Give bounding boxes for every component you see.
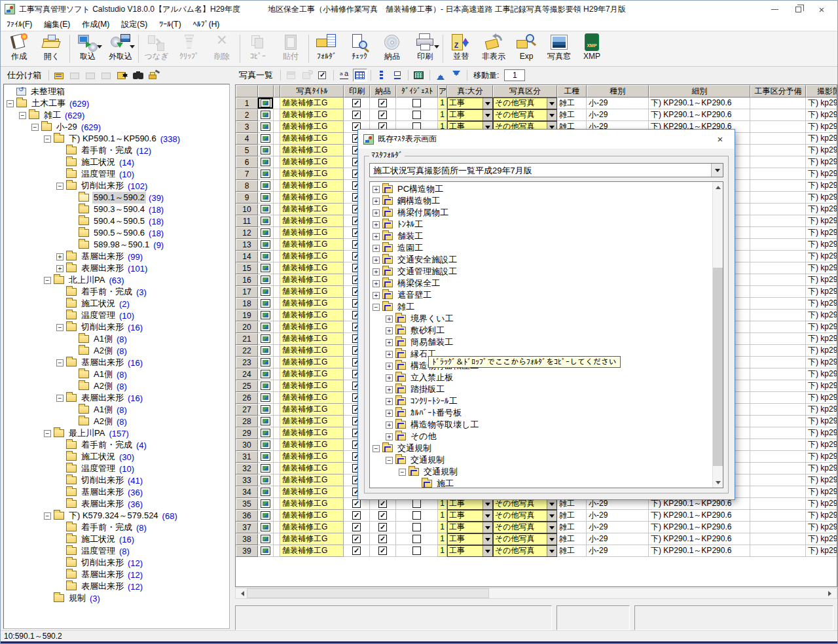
photo-icon-cell[interactable] — [258, 392, 274, 404]
row-number[interactable]: 21 — [236, 333, 258, 345]
dialog-title-bar[interactable]: 既存ﾏｽﾀ表示画面 × — [358, 130, 735, 149]
row-number[interactable]: 7 — [236, 168, 258, 180]
tree-item[interactable]: +立入禁止板 — [370, 372, 723, 384]
location-cell[interactable]: 下) kp29 — [806, 439, 837, 451]
print-checkbox-cell[interactable] — [344, 533, 370, 545]
collapse-icon[interactable]: − — [31, 124, 39, 131]
reserve-cell[interactable] — [750, 145, 806, 156]
tree-item[interactable]: +橋梁付属物工 — [370, 207, 723, 219]
reserve-cell[interactable] — [750, 98, 806, 109]
location-cell[interactable]: 下) kp29 — [806, 463, 837, 474]
tree-item[interactable]: 施工状況(14) — [4, 156, 229, 168]
scroll-right-button[interactable] — [826, 588, 837, 598]
print-checkbox-cell[interactable] — [344, 522, 370, 533]
row-number[interactable]: 16 — [236, 274, 258, 286]
tree-item[interactable]: 着手前・完成(12) — [4, 145, 229, 156]
column-header[interactable] — [258, 85, 274, 98]
collapse-icon[interactable]: − — [373, 304, 380, 311]
dropdown-button[interactable] — [483, 546, 492, 556]
move-folder-button[interactable] — [115, 69, 130, 82]
collapse-icon[interactable]: − — [7, 100, 14, 107]
dropdown-arrow-icon[interactable] — [97, 45, 102, 51]
dropdown-button[interactable] — [547, 499, 556, 509]
category-cell[interactable]: 工事 — [447, 510, 493, 522]
reserve-cell[interactable] — [750, 239, 806, 251]
tree-item[interactable]: +PC構造物工 — [370, 183, 723, 195]
move-amount-input[interactable] — [504, 69, 525, 81]
location-cell[interactable]: 下) kp29 — [806, 498, 837, 510]
expand-icon[interactable]: + — [386, 421, 393, 429]
row-number[interactable]: 1 — [236, 98, 258, 109]
photo-icon-cell[interactable] — [258, 439, 274, 451]
type-cell[interactable]: 小-29 — [587, 109, 649, 121]
deliver-checkbox[interactable] — [378, 111, 387, 119]
location-cell[interactable]: 下) kp29 — [806, 510, 837, 522]
digest-checkbox-cell[interactable] — [396, 545, 438, 557]
tree-item[interactable]: 590.5～590.6(18) — [4, 227, 229, 239]
tree-item[interactable]: +踏掛版工 — [370, 384, 723, 395]
search-button[interactable] — [131, 69, 145, 82]
deliver-checkbox-cell[interactable] — [370, 510, 396, 522]
deliver-checkbox-cell[interactable] — [370, 533, 396, 545]
reserve-cell[interactable] — [750, 262, 806, 274]
collapse-icon[interactable]: − — [373, 445, 380, 452]
tree-item[interactable]: 温度管理(10) — [4, 463, 229, 474]
photo-title-cell[interactable]: 舗装補修工G — [280, 121, 344, 133]
tree-item[interactable]: −交通規制 — [370, 442, 723, 454]
location-cell[interactable]: 下) kp29 — [806, 474, 837, 486]
tree-item[interactable]: 表層出来形(12) — [4, 581, 229, 592]
photo-title-cell[interactable]: 舗装補修工G — [280, 545, 344, 557]
location-cell[interactable]: 下) kp29 — [806, 486, 837, 498]
print-checkbox-cell[interactable] — [344, 98, 370, 109]
row-number[interactable]: 11 — [236, 215, 258, 227]
photo-icon-cell[interactable] — [258, 133, 274, 145]
tree-item[interactable]: A2側(8) — [4, 416, 229, 427]
row-number[interactable]: 23 — [236, 357, 258, 368]
row-number[interactable]: 20 — [236, 321, 258, 333]
deliver-checkbox-cell[interactable] — [370, 545, 396, 557]
location-cell[interactable]: 下) kp29 — [806, 427, 837, 439]
tree-item[interactable]: A2側(8) — [4, 380, 229, 392]
tree-item[interactable]: +造園工 — [370, 242, 723, 254]
row-number[interactable]: 3 — [236, 121, 258, 133]
location-cell[interactable]: 下) kp29 — [806, 109, 837, 121]
location-cell[interactable]: 下) kp29 — [806, 227, 837, 239]
dropdown-button[interactable] — [547, 98, 556, 109]
print-checkbox[interactable] — [352, 111, 361, 119]
collapse-icon[interactable]: − — [56, 359, 64, 367]
location-cell[interactable]: 下) kp29 — [806, 392, 837, 404]
print-checkbox[interactable] — [352, 535, 361, 543]
tree-item[interactable]: +遮音壁工 — [370, 289, 723, 301]
reserve-cell[interactable] — [750, 533, 806, 545]
dropdown-button[interactable] — [483, 499, 492, 509]
row-number[interactable]: 17 — [236, 286, 258, 298]
location-cell[interactable]: 下) kp29 — [806, 121, 837, 133]
location-cell[interactable]: 下) kp29 — [806, 239, 837, 251]
photo-title-cell[interactable]: 舗装補修工G — [280, 274, 344, 286]
photo-title-cell[interactable]: 舗装補修工G — [280, 168, 344, 180]
photo-title-cell[interactable]: 舗装補修工G — [280, 333, 344, 345]
dropdown-button[interactable] — [547, 534, 556, 545]
photo-icon-cell[interactable] — [258, 533, 274, 545]
tree-item[interactable]: +鋼構造物工 — [370, 195, 723, 207]
photo-title-cell[interactable]: 舗装補修工G — [280, 215, 344, 227]
tree-item[interactable]: 着手前・完成(3) — [4, 286, 229, 298]
work-type-cell[interactable]: 雑工 — [557, 522, 587, 533]
row-number[interactable]: 25 — [236, 380, 258, 392]
row-number[interactable]: 34 — [236, 486, 258, 498]
reserve-cell[interactable] — [750, 380, 806, 392]
folder-tree-button[interactable] — [52, 69, 67, 82]
print-checkbox[interactable] — [352, 499, 361, 508]
expand-icon[interactable]: + — [386, 410, 393, 417]
grid-view-button[interactable] — [353, 69, 367, 82]
photo-icon-cell[interactable] — [258, 145, 274, 156]
tree-item[interactable]: +橋梁保全工 — [370, 277, 723, 289]
tree-item[interactable]: A2側(8) — [4, 345, 229, 357]
location-cell[interactable]: 下) kp29 — [806, 404, 837, 416]
photo-icon-cell[interactable] — [258, 121, 274, 133]
location-cell[interactable]: 下) kp29 — [806, 156, 837, 168]
photo-icon-cell[interactable] — [258, 545, 274, 557]
album-number-cell[interactable]: 1 — [438, 545, 447, 557]
photo-title-cell[interactable]: 舗装補修工G — [280, 380, 344, 392]
row-number[interactable]: 12 — [236, 227, 258, 239]
